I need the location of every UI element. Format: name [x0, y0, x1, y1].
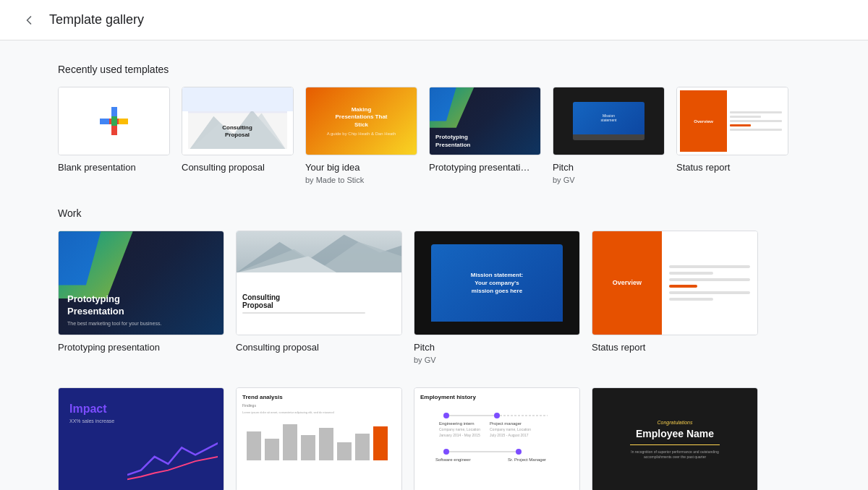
employment-svg: Engineering intern Company name, Locatio… [420, 405, 574, 463]
template-status-sm[interactable]: Overview Status report [676, 87, 788, 184]
pitch-lg-screen-text: Mission statement:Your company'smission … [471, 271, 523, 296]
template-bigidea[interactable]: MakingPresentations ThatStick A guide by… [305, 87, 417, 184]
template-consulting-lg[interactable]: ConsultingProposal Consulting proposal [236, 231, 402, 364]
gp-vertical [111, 107, 117, 136]
status-lg-right [662, 231, 757, 335]
google-plus-icon [100, 107, 129, 136]
template-consulting-sm[interactable]: Consulting Proposal Consulting proposal [182, 87, 294, 184]
template-thumb-consulting-sm[interactable]: Consulting Proposal [182, 87, 294, 155]
template-thumb-trend[interactable]: Trend analysis Findings Lorem ipsum dolo… [236, 387, 402, 490]
template-name-consulting-sm: Consulting proposal [182, 161, 294, 174]
svg-text:Sr. Project Manager: Sr. Project Manager [508, 457, 546, 462]
template-sub-pitch-lg: by GV [414, 356, 580, 364]
template-thumb-pitch-sm[interactable]: Missionstatement [553, 87, 665, 155]
svg-rect-12 [283, 424, 297, 460]
template-name-pitch-sm: Pitch [553, 161, 665, 174]
template-sub-pitch-sm: by GV [553, 176, 665, 184]
case-chart-svg [127, 438, 218, 484]
template-case-study[interactable]: Impact XX% sales increase Case study [58, 387, 224, 490]
status-lg-line-4 [669, 285, 697, 288]
svg-point-18 [443, 413, 449, 418]
svg-rect-11 [265, 439, 279, 460]
template-name-consulting-lg: Consulting proposal [236, 341, 402, 354]
template-name-blank: Blank presentation [58, 161, 170, 174]
work-template-grid-row2: Impact XX% sales increase Case study Tre… [58, 387, 810, 490]
proto-lg-sub: The best marketing tool for your busines… [67, 321, 161, 326]
proto-sm-title: PrototypingPresentation [435, 134, 470, 149]
consulting-lg-top [237, 231, 401, 272]
template-thumb-case-study[interactable]: Impact XX% sales increase [58, 387, 224, 490]
status-line-5 [730, 129, 782, 131]
status-lg-line-1 [669, 265, 750, 268]
template-status-lg[interactable]: Overview Status report [592, 231, 758, 364]
bigidea-title: MakingPresentations ThatStick [335, 106, 387, 129]
trend-title: Trend analysis [242, 394, 396, 400]
template-thumb-blank[interactable] [58, 87, 170, 155]
pitch-lg-content: Mission statement:Your company'smission … [414, 231, 579, 335]
case-title: Impact [69, 403, 107, 416]
svg-text:Project manager: Project manager [490, 421, 522, 426]
status-lg-content: Overview [592, 231, 757, 335]
svg-text:January 2014 - May 2015: January 2014 - May 2015 [439, 433, 480, 437]
back-button[interactable] [17, 9, 41, 32]
svg-text:Proposal: Proposal [225, 132, 250, 138]
recent-section: Recently used templates [58, 64, 810, 184]
template-proto-lg[interactable]: PrototypingPresentation The best marketi… [58, 231, 224, 364]
template-thumb-status-lg[interactable]: Overview [592, 231, 758, 335]
svg-rect-17 [373, 426, 388, 460]
status-lg-left-text: Overview [610, 275, 644, 291]
pitch-sm-content: Missionstatement [553, 87, 664, 155]
consulting-lg-line [242, 312, 365, 314]
trend-chart-svg [242, 421, 396, 460]
svg-rect-15 [337, 442, 352, 460]
status-sm-content: Overview [677, 87, 788, 155]
proto-sm-content: PrototypingPresentation [430, 87, 540, 155]
template-sub-bigidea: by Made to Stick [305, 176, 417, 184]
template-thumb-employment[interactable]: Employment history Engineering intern Co… [414, 387, 580, 490]
status-lg-line-3 [669, 278, 750, 281]
work-section-title: Work [58, 207, 810, 219]
pitch-sm-laptop: Missionstatement [573, 102, 644, 140]
status-lg-left: Overview [592, 231, 662, 335]
trend-subtitle: Findings [242, 403, 396, 408]
template-thumb-certificate[interactable]: Congratulations Employee Name In recogni… [592, 387, 758, 490]
template-pitch-lg[interactable]: Mission statement:Your company'smission … [414, 231, 580, 364]
svg-point-29 [516, 449, 522, 455]
cert-congrats: Congratulations [657, 420, 692, 425]
page-title: Template gallery [49, 12, 144, 27]
cert-divider [630, 444, 720, 445]
work-template-grid-row1: PrototypingPresentation The best marketi… [58, 231, 810, 364]
pitch-sm-screen-text: Missionstatement [600, 112, 618, 124]
template-thumb-consulting-lg[interactable]: ConsultingProposal [236, 231, 402, 335]
status-sm-left-text: Overview [692, 118, 715, 125]
template-proto-sm[interactable]: PrototypingPresentation Prototyping pres… [429, 87, 541, 184]
template-thumb-pitch-lg[interactable]: Mission statement:Your company'smission … [414, 231, 580, 335]
svg-text:Consulting: Consulting [222, 124, 252, 131]
svg-text:July 2015 - August 2017: July 2015 - August 2017 [490, 433, 529, 437]
consulting-lg-body: ConsultingProposal [237, 272, 401, 335]
case-sub: XX% sales increase [69, 418, 114, 424]
svg-point-28 [443, 449, 449, 455]
template-thumb-bigidea[interactable]: MakingPresentations ThatStick A guide by… [305, 87, 417, 155]
template-thumb-status-sm[interactable]: Overview [676, 87, 788, 155]
svg-text:Company name, Location: Company name, Location [439, 427, 480, 431]
consulting-lg-title: ConsultingProposal [242, 293, 396, 309]
template-certificate[interactable]: Congratulations Employee Name In recogni… [592, 387, 758, 490]
case-study-content: Impact XX% sales increase [59, 388, 224, 490]
consulting-sm-content: Consulting Proposal [182, 87, 293, 155]
template-name-status-lg: Status report [592, 341, 758, 354]
template-thumb-proto-sm[interactable]: PrototypingPresentation [429, 87, 541, 155]
pitch-lg-laptop: Mission statement:Your company'smission … [431, 244, 563, 322]
header: Template gallery [0, 0, 868, 40]
template-pitch-sm[interactable]: Missionstatement Pitch by GV [553, 87, 665, 184]
employment-content: Employment history Engineering intern Co… [414, 388, 579, 490]
template-thumb-proto-lg[interactable]: PrototypingPresentation The best marketi… [58, 231, 224, 335]
main-content: Recently used templates [0, 40, 868, 490]
template-blank[interactable]: Blank presentation [58, 87, 170, 184]
svg-rect-13 [301, 435, 315, 460]
template-employment[interactable]: Employment history Engineering intern Co… [414, 387, 580, 490]
template-trend[interactable]: Trend analysis Findings Lorem ipsum dolo… [236, 387, 402, 490]
template-name-pitch-lg: Pitch [414, 341, 580, 354]
proto-lg-title: PrototypingPresentation [67, 293, 124, 318]
recent-section-title: Recently used templates [58, 64, 810, 75]
